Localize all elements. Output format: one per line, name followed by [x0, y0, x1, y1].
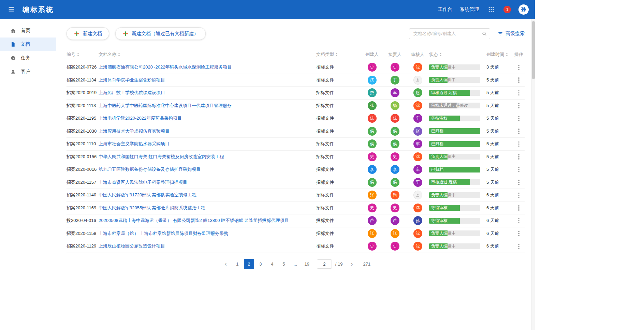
creator-avatar[interactable]: 史 [368, 63, 377, 72]
column-header[interactable]: 文档名称 [99, 51, 316, 58]
creator-avatar[interactable]: 李 [368, 165, 377, 174]
column-header[interactable]: 状态 [429, 51, 486, 58]
doc-name-link[interactable]: 上海中医药大学中医药国际标准化中心建设项目一代建项目管理服务 [99, 103, 311, 109]
sidebar-item-documents[interactable]: 文档 [0, 38, 56, 51]
sort-icon[interactable] [77, 53, 79, 56]
page-button-4[interactable]: 4 [267, 259, 277, 269]
row-actions-button[interactable] [517, 204, 521, 212]
doc-name-link[interactable]: 第九〇五医院数据备份存储设备及存储扩容采购项目 [99, 166, 311, 172]
doc-name-link[interactable]: 上海市档案局（馆） 上海市档案馆新馆展陈项目财务监理服务采购 [99, 230, 311, 237]
sort-icon[interactable] [506, 53, 508, 56]
row-actions-button[interactable] [517, 229, 521, 238]
owner-avatar[interactable]: 杨 [391, 101, 399, 110]
next-page-button[interactable]: › [347, 259, 357, 269]
doc-name-link[interactable]: 上海应用技术大学虚拟仿真实验项目 [99, 128, 311, 134]
owner-avatar[interactable]: 芦 [391, 216, 399, 225]
doc-name-link[interactable]: 上海浦航石油有限公司2020~2022年码头水域水深测绘工程服务项目 [99, 64, 311, 70]
row-actions-button[interactable] [517, 76, 521, 84]
doc-name-link[interactable]: 中国人民解放军92055部队 某部仓库消防系统整治工程 [99, 205, 311, 211]
page-button-2[interactable]: 2 [244, 259, 254, 269]
apps-grid-icon[interactable] [486, 5, 496, 14]
reviewer-avatar[interactable]: 赵 [413, 127, 422, 136]
row-actions-button[interactable] [517, 102, 521, 110]
doc-name-link[interactable]: 上海辰山植物园公厕改造设计项目 [99, 243, 311, 249]
reviewer-avatar[interactable]: 赵 [413, 88, 422, 97]
creator-avatar[interactable]: 侯 [368, 178, 377, 187]
owner-avatar[interactable]: 李 [391, 165, 399, 174]
menu-button[interactable] [5, 3, 17, 16]
new-doc-button[interactable]: 新建文档 [67, 27, 109, 40]
creator-avatar[interactable]: 费 [368, 88, 377, 97]
reviewer-avatar[interactable]: 沈 [413, 101, 422, 110]
reviewer-avatar[interactable]: 沈 [413, 229, 422, 238]
user-avatar[interactable]: 孙 [518, 4, 529, 15]
doc-name-link[interactable]: 中国人民解放军91720部队 某部队实验室装修工程 [99, 192, 311, 198]
page-button-19[interactable]: 19 [302, 259, 312, 269]
page-button-3[interactable]: 3 [255, 259, 266, 269]
nav-link-system-admin[interactable]: 系统管理 [460, 6, 479, 13]
owner-avatar[interactable]: 史 [391, 152, 399, 161]
reviewer-avatar[interactable]: 车 [413, 178, 422, 187]
page-button-1[interactable]: 1 [232, 259, 243, 269]
doc-name-link[interactable]: 上海市社会主义学院热水器采购项目 [99, 141, 311, 147]
scrollbar-thumb[interactable] [532, 21, 535, 79]
page-ellipsis[interactable]: ... [290, 259, 301, 269]
creator-avatar[interactable]: 张 [368, 101, 377, 110]
page-jump-input[interactable] [317, 259, 332, 269]
advanced-search-link[interactable]: 高级搜索 [498, 31, 525, 37]
doc-name-link[interactable]: 中华人民共和国虹口海关 虹口海关裙楼及厨房改造室内安装工程 [99, 154, 311, 160]
doc-name-link[interactable]: 上海船厂技工学校优质课建设项目 [99, 90, 311, 96]
creator-avatar[interactable]: 侯 [368, 127, 377, 136]
creator-avatar[interactable]: 张 [368, 229, 377, 238]
search-icon[interactable] [482, 31, 487, 36]
creator-avatar[interactable]: 史 [368, 242, 377, 251]
row-actions-button[interactable] [517, 191, 521, 199]
reviewer-avatar[interactable]: 车 [413, 114, 422, 123]
sort-icon[interactable] [118, 53, 120, 56]
row-actions-button[interactable] [517, 115, 521, 123]
sidebar-item-home[interactable]: 首页 [0, 24, 56, 38]
owner-avatar[interactable]: 张 [391, 229, 399, 238]
reviewer-avatar[interactable]: 沈 [413, 63, 422, 72]
row-actions-button[interactable] [517, 140, 521, 148]
creator-avatar[interactable]: 陈 [368, 114, 377, 123]
creator-avatar[interactable]: 侯 [368, 139, 377, 148]
prev-page-button[interactable]: ‹ [221, 259, 231, 269]
row-actions-button[interactable] [517, 63, 521, 72]
doc-name-link[interactable]: 上海电机学院2020-2022年度药品采购项目 [99, 115, 311, 121]
row-actions-button[interactable] [517, 178, 521, 186]
owner-avatar[interactable]: 侯 [391, 178, 399, 187]
creator-avatar[interactable]: 沈 [368, 76, 377, 85]
reviewer-avatar[interactable]: 沈 [413, 204, 422, 212]
creator-avatar[interactable]: 芦 [368, 216, 377, 225]
vertical-scrollbar[interactable] [531, 19, 535, 330]
sidebar-item-tasks[interactable]: 任务 [0, 51, 56, 65]
reviewer-avatar[interactable]: 车 [413, 165, 422, 174]
owner-avatar[interactable]: 陈 [391, 114, 399, 123]
owner-avatar[interactable]: 侯 [391, 139, 399, 148]
doc-name-link[interactable]: 上海市奉贤区人民法院电子档案整理扫描项目 [99, 179, 311, 185]
search-input[interactable] [409, 28, 490, 39]
creator-avatar[interactable]: 张 [368, 191, 377, 199]
owner-avatar[interactable]: 尚 [391, 191, 399, 199]
row-actions-button[interactable] [517, 89, 521, 97]
sort-icon[interactable] [440, 53, 442, 56]
column-header[interactable]: 文档类型 [316, 51, 361, 58]
row-actions-button[interactable] [517, 217, 521, 225]
reviewer-avatar[interactable]: 孙 [413, 216, 422, 225]
owner-avatar[interactable]: 车 [391, 88, 399, 97]
reviewer-avatar[interactable]: 沈 [413, 152, 422, 161]
column-header[interactable]: 编号 [67, 51, 99, 58]
notification-badge[interactable]: 1 [503, 6, 511, 13]
sidebar-item-customers[interactable]: 客户 [0, 65, 56, 78]
owner-avatar[interactable]: 丁 [391, 76, 399, 85]
new-doc-from-existing-button[interactable]: 新建文档（通过已有文档新建） [115, 27, 206, 40]
column-header[interactable]: 创建时间 [486, 51, 513, 58]
reviewer-avatar[interactable]: 车 [413, 139, 422, 148]
owner-avatar[interactable]: 史 [391, 63, 399, 72]
row-actions-button[interactable] [517, 127, 521, 135]
creator-avatar[interactable]: 史 [368, 204, 377, 212]
row-actions-button[interactable] [517, 166, 521, 174]
creator-avatar[interactable]: 史 [368, 152, 377, 161]
owner-avatar[interactable]: 史 [391, 242, 399, 251]
